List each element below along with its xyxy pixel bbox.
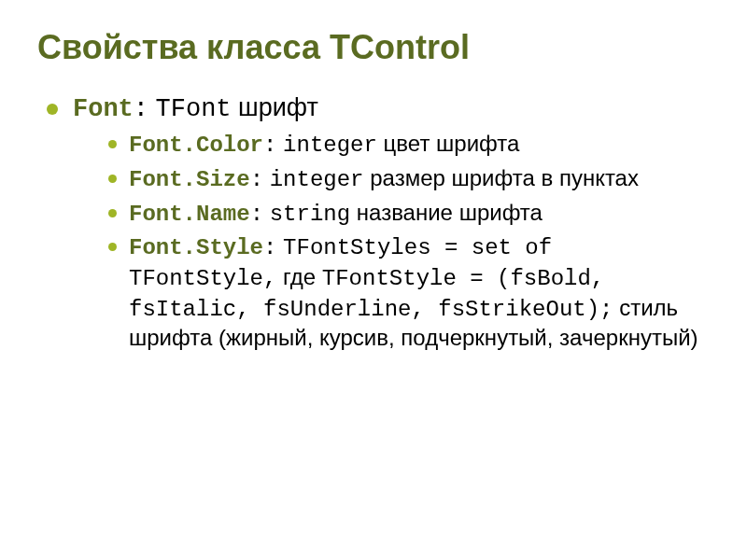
where-word: где (283, 264, 316, 289)
prop-name: Font.Color (129, 133, 263, 158)
prop-desc: цвет шрифта (384, 131, 520, 156)
colon: : (263, 235, 276, 260)
prop-desc: шрифт (238, 93, 318, 121)
colon: : (134, 95, 148, 123)
prop-type: TFont (156, 95, 232, 123)
prop-type: string (270, 202, 350, 227)
item-font: Font: TFont шрифт Font.Color: integer цв… (47, 92, 710, 353)
bullet-list-level1: Font: TFont шрифт Font.Color: integer цв… (37, 92, 710, 353)
item-font-style: Font.Style: TFontStyles = set of TFontSt… (108, 232, 710, 353)
slide: Свойства класса TControl Font: TFont шри… (0, 0, 747, 560)
colon: : (250, 167, 263, 192)
item-font-size: Font.Size: integer размер шрифта в пункт… (108, 164, 710, 195)
item-font-color: Font.Color: integer цвет шрифта (108, 130, 710, 161)
bullet-list-level2: Font.Color: integer цвет шрифта Font.Siz… (73, 130, 710, 353)
prop-name: Font.Name (129, 202, 250, 227)
prop-desc: название шрифта (357, 200, 543, 225)
prop-type: integer (283, 133, 377, 158)
prop-desc: размер шрифта в пунктах (370, 165, 639, 190)
slide-title: Свойства класса TControl (37, 28, 710, 66)
prop-name: Font.Style (129, 235, 263, 260)
colon: : (263, 133, 276, 158)
prop-name: Font.Size (129, 167, 250, 192)
prop-name: Font (73, 95, 134, 123)
item-font-name: Font.Name: string название шрифта (108, 199, 710, 230)
colon: : (250, 202, 263, 227)
prop-type: integer (270, 167, 364, 192)
